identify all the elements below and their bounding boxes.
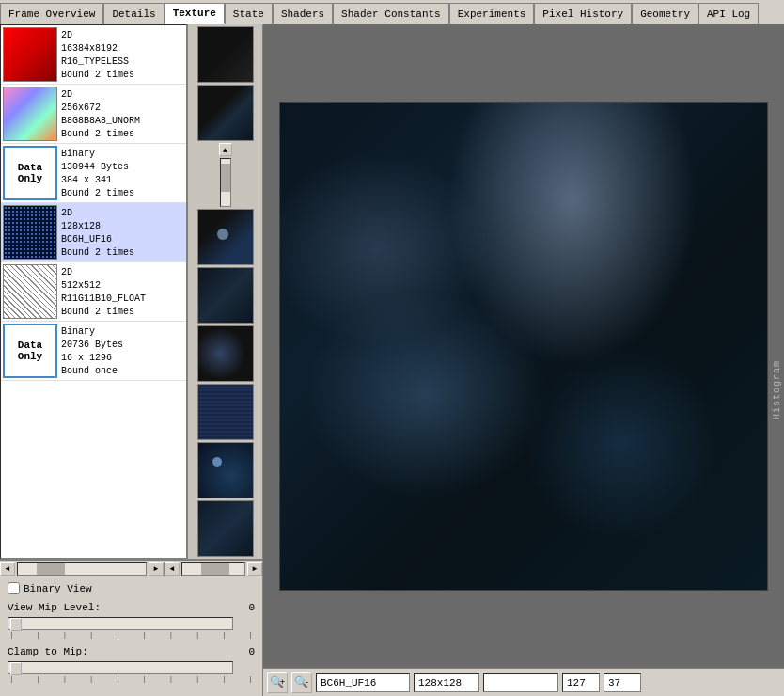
texture-thumbnail: Data Only bbox=[3, 324, 57, 378]
texture-bound: Bound once bbox=[61, 365, 184, 378]
texture-info: 2D 128x128 BC6H_UF16 Bound 2 times bbox=[61, 205, 184, 260]
tab-details[interactable]: Details bbox=[103, 3, 164, 24]
texture-type: 2D bbox=[61, 29, 184, 42]
texture-display bbox=[279, 102, 768, 591]
texture-bound: Bound 2 times bbox=[61, 128, 184, 141]
texture-item[interactable]: 2D 128x128 BC6H_UF16 Bound 2 times bbox=[1, 203, 186, 262]
clamp-ticks: ||||| ||||| bbox=[8, 674, 255, 683]
texture-type: Binary bbox=[61, 148, 184, 161]
thumbnail-strip[interactable]: ▲ bbox=[187, 24, 262, 559]
texture-viewer: Histogram bbox=[263, 24, 784, 668]
mip-level-row: View Mip Level: 0 bbox=[8, 602, 255, 613]
texture-info: 2D 16384x8192 R16_TYPELESS Bound 2 times bbox=[61, 27, 184, 82]
texture-thumbnail bbox=[3, 264, 57, 319]
texture-info: 2D 256x672 B8G8B8A8_UNORM Bound 2 times bbox=[61, 87, 184, 141]
mip-ticks: ||||| ||||| bbox=[8, 630, 255, 639]
hscroll-area: ◄ ► ◄ ► bbox=[0, 560, 262, 577]
texture-bound: Bound 2 times bbox=[61, 306, 184, 319]
hscroll-left-btn[interactable]: ◄ bbox=[0, 562, 15, 576]
thumb-mini[interactable] bbox=[197, 209, 254, 265]
preview-image bbox=[280, 103, 767, 590]
tab-frame-overview[interactable]: Frame Overview bbox=[0, 3, 103, 24]
histogram-label: Histogram bbox=[772, 360, 782, 419]
tab-shader-constants[interactable]: Shader Constants bbox=[333, 3, 449, 24]
texture-list[interactable]: 2D 16384x8192 R16_TYPELESS Bound 2 times… bbox=[0, 24, 187, 559]
thumb-mini[interactable] bbox=[197, 325, 254, 382]
tab-state[interactable]: State bbox=[225, 3, 273, 24]
tab-geometry[interactable]: Geometry bbox=[632, 3, 698, 24]
tab-experiments[interactable]: Experiments bbox=[449, 3, 535, 24]
thumb-mini[interactable] bbox=[197, 267, 254, 324]
texture-bound: Bound 2 times bbox=[61, 187, 184, 200]
hscroll-strip-thumb[interactable] bbox=[201, 563, 229, 575]
texture-dimensions: 256x672 bbox=[61, 102, 184, 115]
vscroll-thumb[interactable] bbox=[221, 164, 230, 192]
dimensions-field: 128x128 bbox=[414, 673, 479, 692]
right-panel: Histogram 🔍 + 🔍 - BC6H_UF16 128x128 127 … bbox=[263, 24, 784, 696]
zoom-in-button[interactable]: 🔍 + bbox=[267, 672, 288, 693]
texture-item[interactable]: Data Only Binary 130944 Bytes 384 x 341 … bbox=[1, 144, 186, 203]
texture-item[interactable]: Data Only Binary 20736 Bytes 16 x 1296 B… bbox=[1, 322, 186, 381]
thumb-mini[interactable] bbox=[197, 500, 254, 557]
tab-api-log[interactable]: API Log bbox=[698, 3, 759, 24]
hscroll-strip-right-btn[interactable]: ► bbox=[247, 562, 262, 576]
texture-dimensions: 128x128 bbox=[61, 220, 184, 233]
mip-level-slider-container: ||||| ||||| bbox=[8, 617, 255, 639]
mip-level-slider-thumb[interactable] bbox=[10, 618, 22, 631]
hscroll-track[interactable] bbox=[17, 562, 147, 576]
texture-type: 2D bbox=[61, 88, 184, 102]
binary-view-label[interactable]: Binary View bbox=[24, 583, 92, 594]
tab-pixel-history[interactable]: Pixel History bbox=[534, 3, 632, 24]
thumb-mini[interactable] bbox=[197, 26, 254, 83]
binary-view-checkbox[interactable] bbox=[8, 582, 20, 594]
thumb-mini[interactable] bbox=[197, 384, 254, 440]
texture-thumbnail: Data Only bbox=[3, 146, 57, 200]
mip-level-slider-track[interactable] bbox=[8, 617, 233, 630]
texture-info: Binary 20736 Bytes 16 x 1296 Bound once bbox=[61, 324, 184, 378]
texture-info: Binary 130944 Bytes 384 x 341 Bound 2 ti… bbox=[61, 146, 184, 200]
texture-format: B8G8B8A8_UNORM bbox=[61, 115, 184, 128]
texture-type: 2D bbox=[61, 207, 184, 220]
x-coord-field: 127 bbox=[562, 673, 600, 692]
texture-thumbnail bbox=[3, 27, 57, 82]
texture-item[interactable]: 2D 512x512 R11G11B10_FLOAT Bound 2 times bbox=[1, 262, 186, 322]
clamp-slider-track[interactable] bbox=[8, 661, 233, 674]
hscroll-strip-left-btn[interactable]: ◄ bbox=[165, 562, 180, 576]
texture-type: Binary bbox=[61, 325, 184, 339]
texture-format: R11G11B10_FLOAT bbox=[61, 293, 184, 306]
texture-dimensions: 20736 Bytes bbox=[61, 339, 184, 352]
clamp-slider-container: ||||| ||||| bbox=[8, 661, 255, 683]
zoom-out-button[interactable]: 🔍 - bbox=[291, 672, 312, 693]
mip-level-label: View Mip Level: bbox=[8, 602, 101, 613]
vscroll-track bbox=[220, 158, 231, 207]
y-coord-field: 37 bbox=[604, 673, 641, 692]
vscroll-up-btn[interactable]: ▲ bbox=[219, 143, 232, 156]
hscroll-right-btn[interactable]: ► bbox=[149, 562, 164, 576]
tab-shaders[interactable]: Shaders bbox=[273, 3, 333, 24]
texture-thumbnail bbox=[3, 205, 57, 260]
texture-item[interactable]: 2D 16384x8192 R16_TYPELESS Bound 2 times bbox=[1, 25, 186, 85]
thumb-mini[interactable] bbox=[197, 442, 254, 498]
mip-level-value: 0 bbox=[248, 602, 255, 613]
hscroll-thumb[interactable] bbox=[37, 563, 65, 575]
texture-extra: 384 x 341 bbox=[61, 174, 184, 187]
clamp-label: Clamp to Mip: bbox=[8, 646, 88, 657]
texture-bound: Bound 2 times bbox=[61, 69, 184, 82]
texture-info: 2D 512x512 R11G11B10_FLOAT Bound 2 times bbox=[61, 264, 184, 319]
histogram-label-container: Histogram bbox=[772, 360, 782, 419]
texture-list-area: 2D 16384x8192 R16_TYPELESS Bound 2 times… bbox=[0, 24, 262, 560]
texture-bound: Bound 2 times bbox=[61, 246, 184, 260]
texture-extra: 16 x 1296 bbox=[61, 352, 184, 365]
thumb-mini[interactable] bbox=[197, 85, 254, 141]
clamp-value: 0 bbox=[248, 646, 255, 657]
tab-texture[interactable]: Texture bbox=[165, 3, 225, 24]
texture-format: R16_TYPELESS bbox=[61, 55, 184, 69]
status-bar: 🔍 + 🔍 - BC6H_UF16 128x128 127 37 bbox=[263, 668, 784, 696]
texture-type: 2D bbox=[61, 266, 184, 279]
hscroll-strip-track[interactable] bbox=[181, 562, 245, 576]
texture-item[interactable]: 2D 256x672 B8G8B8A8_UNORM Bound 2 times bbox=[1, 85, 186, 144]
clamp-slider-thumb[interactable] bbox=[10, 662, 22, 675]
texture-dimensions: 512x512 bbox=[61, 279, 184, 293]
texture-format: BC6H_UF16 bbox=[61, 233, 184, 246]
clamp-row: Clamp to Mip: 0 bbox=[8, 646, 255, 657]
